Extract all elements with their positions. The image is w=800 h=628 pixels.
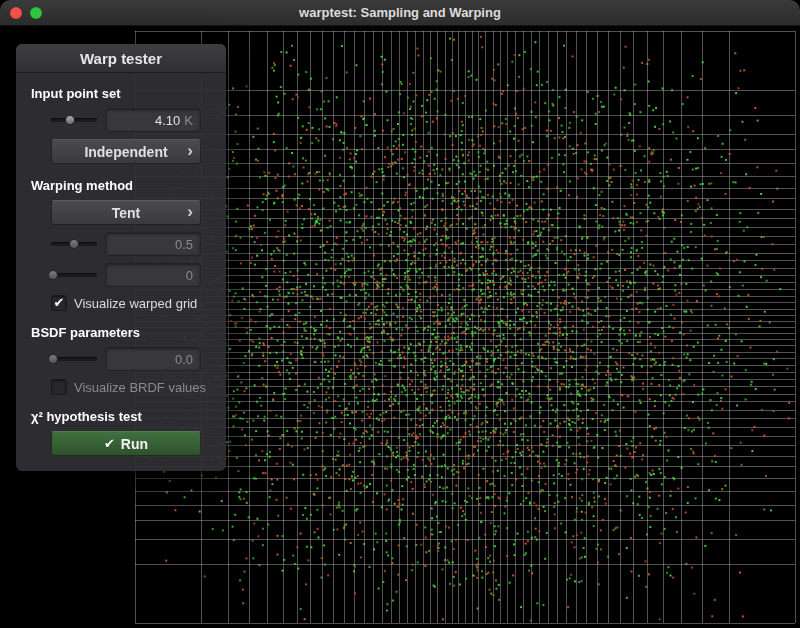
- window-title: warptest: Sampling and Warping: [299, 5, 501, 20]
- point-type-dropdown[interactable]: Independent ›: [51, 139, 201, 164]
- warp-param1-textbox[interactable]: 0.5: [105, 232, 201, 256]
- visualize-grid-row: ✔ Visualize warped grid: [51, 295, 211, 311]
- slider-track: [51, 357, 97, 361]
- visualize-brdf-row: ✔ Visualize BRDF values: [51, 379, 211, 395]
- check-icon: ✔: [54, 296, 65, 309]
- warp-param1-row: 0.5: [51, 232, 201, 256]
- chi2-test-label: χ² hypothesis test: [31, 409, 211, 424]
- warp-param2-row: 0: [51, 263, 201, 287]
- bsdf-param-value: 0.0: [175, 352, 193, 367]
- bsdf-parameters-label: BSDF parameters: [31, 325, 211, 340]
- bsdf-param-textbox[interactable]: 0.0: [105, 347, 201, 371]
- warp-param1-slider[interactable]: [51, 236, 97, 252]
- point-count-slider[interactable]: [51, 112, 97, 128]
- slider-track: [51, 273, 97, 277]
- slider-knob[interactable]: [48, 354, 58, 364]
- panel-title[interactable]: Warp tester: [16, 44, 226, 73]
- viewport: Warp tester Input point set 4.10 K Indep…: [0, 26, 800, 628]
- run-label: Run: [121, 436, 148, 452]
- warping-method-value: Tent: [112, 205, 141, 221]
- warp-param2-slider[interactable]: [51, 267, 97, 283]
- warp-param2-value: 0: [186, 268, 193, 283]
- bsdf-param-slider[interactable]: [51, 351, 97, 367]
- slider-knob[interactable]: [69, 239, 79, 249]
- point-count-unit: K: [184, 113, 193, 128]
- warp-param2-textbox[interactable]: 0: [105, 263, 201, 287]
- bsdf-param-row: 0.0: [51, 347, 201, 371]
- input-point-set-label: Input point set: [31, 86, 211, 101]
- point-count-row: 4.10 K: [51, 108, 201, 132]
- titlebar[interactable]: warptest: Sampling and Warping: [0, 0, 800, 26]
- warping-method-label: Warping method: [31, 178, 211, 193]
- check-icon: ✔: [104, 436, 115, 451]
- chevron-right-icon: ›: [187, 202, 193, 222]
- slider-knob[interactable]: [48, 270, 58, 280]
- point-count-textbox[interactable]: 4.10 K: [105, 108, 201, 132]
- warp-tester-panel: Warp tester Input point set 4.10 K Indep…: [16, 44, 226, 471]
- visualize-grid-label: Visualize warped grid: [74, 296, 197, 311]
- warp-param1-value: 0.5: [175, 237, 193, 252]
- point-count-value: 4.10: [155, 113, 180, 128]
- traffic-lights: [10, 0, 42, 26]
- app-window: warptest: Sampling and Warping Warp test…: [0, 0, 800, 628]
- run-button[interactable]: ✔ Run: [51, 431, 201, 456]
- visualize-grid-checkbox[interactable]: ✔: [51, 295, 67, 311]
- close-button[interactable]: [10, 7, 22, 19]
- chevron-right-icon: ›: [187, 141, 193, 161]
- point-type-value: Independent: [84, 144, 167, 160]
- slider-knob[interactable]: [65, 115, 75, 125]
- visualize-brdf-checkbox[interactable]: ✔: [51, 379, 67, 395]
- warping-method-dropdown[interactable]: Tent ›: [51, 200, 201, 225]
- visualize-brdf-label: Visualize BRDF values: [74, 380, 206, 395]
- maximize-button[interactable]: [30, 7, 42, 19]
